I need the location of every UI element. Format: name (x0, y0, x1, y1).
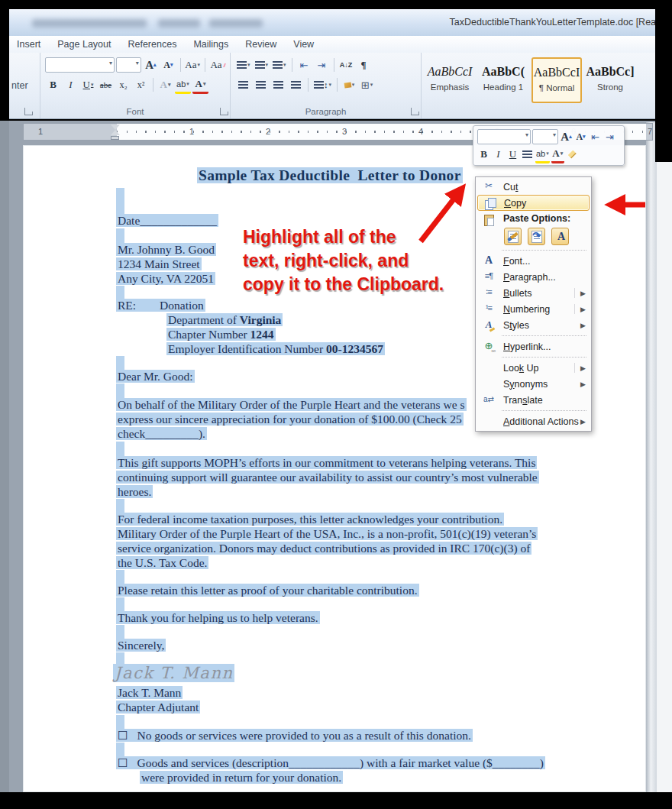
menu-item-paragraph[interactable]: Paragraph... (476, 269, 591, 285)
chevron-down-icon[interactable]: ▾ (168, 82, 171, 88)
chevron-down-icon[interactable]: ▾ (352, 82, 355, 88)
mini-grow-font-button[interactable]: A (560, 129, 573, 144)
menu-item-styles[interactable]: Styles▶ (476, 317, 591, 333)
document-line[interactable]: Mr. Johnny B. Good (116, 242, 216, 257)
text-effects-button[interactable]: A▾ (157, 77, 173, 92)
mini-italic-button[interactable]: I (492, 147, 505, 162)
chevron-down-icon[interactable]: ▾ (525, 131, 528, 138)
decrease-indent-button[interactable]: ⇤ (296, 57, 312, 73)
vertical-scrollbar[interactable] (646, 122, 657, 792)
document-line[interactable]: RE: Donation (116, 298, 205, 312)
increase-indent-button[interactable]: ⇥ (314, 57, 330, 73)
clipboard-dialog-launcher[interactable] (24, 108, 32, 115)
style-s[interactable]: AaS (638, 57, 655, 103)
align-center-button[interactable] (253, 77, 269, 92)
document-line[interactable]: Military Order of the Purple Heart of th… (116, 526, 538, 541)
mini-shrink-font-button[interactable]: A (574, 129, 587, 144)
document-line[interactable]: Jack T. Mann (113, 664, 234, 682)
menu-item-look-up[interactable]: Look Up▶ (476, 360, 591, 376)
style--normal[interactable]: AaBbCcI¶ Normal (531, 57, 582, 103)
document-line[interactable]: Any City, VA 22051 (116, 271, 215, 286)
chevron-down-icon[interactable]: ▾ (283, 62, 286, 68)
paste-keep-source-formatting-button[interactable] (504, 228, 522, 245)
change-case-button[interactable]: Aa▾ (185, 57, 201, 73)
mini-font-name-combo[interactable]: ▾ (477, 129, 531, 144)
menu-item-bullets[interactable]: Bullets▶ (476, 285, 591, 301)
borders-button[interactable]: ⊞▾ (359, 77, 375, 92)
tab-insert[interactable]: Insert (17, 39, 40, 50)
line-spacing-button[interactable]: ↕▾ (312, 77, 333, 92)
text-highlight-button[interactable]: ab▾ (175, 76, 191, 94)
mini-bold-button[interactable]: B (477, 147, 490, 162)
document-line[interactable]: service organization. Donors may deduct … (116, 541, 531, 555)
paste-keep-text-only-button[interactable] (551, 228, 569, 245)
subscript-button[interactable]: x₂ (115, 77, 131, 92)
font-color-button[interactable]: A▾ (192, 76, 208, 94)
chevron-down-icon[interactable]: ▾ (553, 131, 556, 138)
justify-button[interactable] (288, 77, 304, 92)
strikethrough-button[interactable]: abe (98, 77, 114, 92)
mini-highlight-button[interactable]: ab▾ (535, 146, 550, 163)
menu-item-copy[interactable]: Copy (477, 195, 590, 211)
menu-item-additional-actions[interactable]: Additional Actions▶ (476, 413, 591, 429)
bold-button[interactable]: B (45, 77, 61, 92)
tab-page-layout[interactable]: Page Layout (57, 39, 111, 50)
shrink-font-button[interactable]: A (160, 57, 176, 73)
chevron-down-icon[interactable]: ▾ (561, 150, 564, 157)
chevron-down-icon[interactable]: ▾ (136, 60, 139, 66)
numbering-button[interactable]: ▾ (254, 57, 270, 73)
document-line[interactable]: heroes. (116, 484, 153, 499)
mini-font-color-button[interactable]: A▾ (551, 146, 564, 163)
chevron-down-icon[interactable]: ▾ (247, 62, 250, 68)
tab-mailings[interactable]: Mailings (193, 39, 228, 50)
menu-item-synonyms[interactable]: Synonyms▶ (476, 376, 591, 392)
document-line[interactable]: continuing support will guarantee our av… (116, 470, 539, 484)
style-heading-1[interactable]: AaBbC(Heading 1 (478, 57, 528, 103)
chevron-down-icon[interactable]: ▾ (109, 60, 112, 66)
style-emphasis[interactable]: AaBbCcIEmphasis (425, 57, 475, 103)
document-line[interactable]: For federal income taxation purposes, th… (116, 512, 504, 526)
document-line[interactable]: Thank you for helping us to help veteran… (116, 610, 320, 625)
mini-increase-indent-button[interactable]: ⇥ (603, 129, 616, 144)
chevron-down-icon[interactable]: ▾ (329, 82, 332, 88)
menu-item-cut[interactable]: Cut (476, 179, 591, 195)
document-line[interactable]: Employer Identification Number 00-123456… (166, 341, 385, 356)
underline-button[interactable]: U▾ (80, 77, 96, 92)
chevron-down-icon[interactable]: ▾ (370, 82, 373, 88)
menu-item-numbering[interactable]: Numbering▶ (476, 301, 591, 317)
document-line[interactable]: On behalf of the Military Order of the P… (116, 397, 467, 412)
chevron-down-icon[interactable]: ▾ (203, 81, 206, 87)
document-line[interactable]: This gift supports MOPH’s efforts in our… (116, 455, 537, 470)
document-line[interactable]: Jack T. Mann (116, 685, 183, 700)
mini-decrease-indent-button[interactable]: ⇤ (589, 129, 602, 144)
style-strong[interactable]: AaBbCc]Strong (585, 57, 635, 103)
chevron-down-icon[interactable]: ▾ (266, 62, 269, 68)
align-right-button[interactable] (270, 77, 286, 92)
document-line[interactable]: the U.S. Tax Code. (116, 555, 208, 570)
tab-view[interactable]: View (293, 39, 314, 50)
align-left-button[interactable] (235, 77, 251, 92)
paste-merge-formatting-button[interactable] (528, 228, 545, 245)
document-line[interactable]: Please retain this letter as proof of yo… (116, 583, 419, 597)
document-line[interactable]: check_________). (116, 426, 207, 441)
document-line[interactable]: Sample Tax Deductible Letter to Donor (197, 167, 463, 184)
clear-formatting-button[interactable]: Aa (208, 57, 227, 73)
document-line[interactable]: ☐ Goods and services (description_______… (116, 756, 545, 770)
first-line-indent-marker[interactable] (111, 125, 120, 130)
document-line[interactable]: were provided in return for your donatio… (140, 770, 343, 785)
chevron-down-icon[interactable]: ▾ (186, 81, 189, 87)
paragraph-dialog-launcher[interactable] (411, 108, 418, 115)
sort-button[interactable]: A↓Z (338, 57, 354, 73)
multilevel-list-button[interactable]: ▾ (271, 57, 288, 73)
bullets-button[interactable]: ▾ (235, 57, 252, 73)
mini-justify-button[interactable] (521, 147, 534, 162)
grow-font-button[interactable]: A (143, 57, 159, 73)
mini-font-size-combo[interactable]: ▾ (532, 129, 558, 144)
menu-item-translate[interactable]: Translate (476, 392, 591, 408)
left-indent-marker[interactable] (111, 136, 119, 140)
tab-references[interactable]: References (128, 39, 176, 50)
mini-format-painter-button[interactable] (566, 147, 579, 162)
font-size-combo[interactable]: ▾ (116, 57, 141, 73)
chevron-down-icon[interactable]: ▾ (91, 82, 94, 88)
menu-item-hyperlink[interactable]: Hyperlink... (476, 338, 591, 354)
